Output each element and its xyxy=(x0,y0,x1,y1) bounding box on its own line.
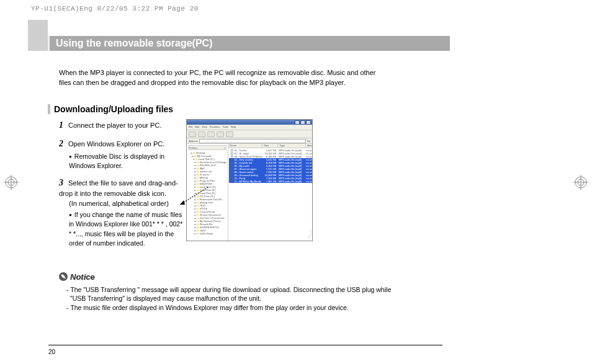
col-size: Size xyxy=(262,144,278,148)
notice-label: Notice xyxy=(70,272,95,282)
manual-page: YP-U1(SECA)Eng 8/22/05 3:22 PM Page 20 U… xyxy=(0,0,592,364)
notice-icon: ✎ xyxy=(59,272,68,281)
steps-list: 1Connect the player to your PC. 2Open Wi… xyxy=(59,119,183,254)
crop-mark-header: YP-U1(SECA)Eng 8/22/05 3:22 PM Page 20 xyxy=(31,5,199,12)
step-text: Connect the player to your PC. xyxy=(68,122,161,129)
section-marker xyxy=(48,104,50,114)
search-button xyxy=(217,131,224,137)
step-number: 2 xyxy=(59,138,66,150)
intro-paragraph: When the MP3 player is connected to your… xyxy=(59,68,388,88)
step-number: 3 xyxy=(59,177,66,189)
folder-tree: Folders× DesktopMy ComputerLocal Disk (C… xyxy=(187,144,228,241)
window-titlebar xyxy=(187,120,312,125)
step-3: 3Select the file to save and drag-and-dr… xyxy=(59,177,183,248)
address-label: Address xyxy=(189,140,198,143)
col-type: Type xyxy=(278,144,306,148)
notice-item: The music file order displayed in Window… xyxy=(66,303,394,313)
menu-item: View xyxy=(202,125,207,129)
footer-rule xyxy=(48,345,442,345)
address-bar: Address Go xyxy=(187,138,312,144)
registration-mark-right xyxy=(573,175,588,190)
music-note-icon: ♪ xyxy=(307,223,313,241)
explorer-screenshot: File Edit View Favorites Tools Help Addr… xyxy=(186,119,313,241)
tree-item: mp3s (long) xyxy=(188,232,226,235)
step-sub: Removable Disc is displayed in Windows E… xyxy=(69,152,183,171)
menu-item: Edit xyxy=(195,125,199,129)
col-artist: Artist xyxy=(306,144,313,148)
menu-item: Favorites xyxy=(210,125,220,129)
menu-item: File xyxy=(189,125,192,129)
notice-badge: ✎ Notice xyxy=(59,272,95,282)
col-name: Name xyxy=(228,144,262,148)
go-button: Go xyxy=(307,140,310,143)
menu-bar: File Edit View Favorites Tools Help xyxy=(187,125,312,130)
up-button xyxy=(207,131,215,137)
close-icon: × xyxy=(224,146,225,149)
step-text: Open Windows Explorer on PC. xyxy=(68,140,164,148)
step-sub: If you change the name of music files in… xyxy=(69,210,183,248)
registration-mark-left xyxy=(4,175,19,190)
step-number: 1 xyxy=(59,119,66,131)
menu-item: Help xyxy=(231,125,236,129)
notice-item: The "USB Transferring " message will app… xyxy=(66,285,394,303)
window-buttons xyxy=(295,120,311,125)
folders-header: Folders xyxy=(189,146,197,149)
file-row: 🎵 11 - All Within My Hands7,361 KBMP3 au… xyxy=(229,180,313,183)
menu-item: Tools xyxy=(222,125,228,129)
notice-block: ✎ Notice The "USB Transferring " message… xyxy=(59,270,394,313)
toolbar xyxy=(187,130,312,138)
fwd-button xyxy=(198,131,205,137)
folders-button xyxy=(226,131,233,137)
file-list: Name Size Type Artist 🎵 01 - Twelve5,647… xyxy=(228,144,313,241)
page-number: 20 xyxy=(48,348,55,355)
step-tail: (In numerical, alphabetical order) xyxy=(69,199,183,209)
tab-strip xyxy=(28,20,48,51)
section-title: Downloading/Uploading files xyxy=(54,104,173,114)
section-heading: Downloading/Uploading files xyxy=(48,104,173,114)
step-2: 2Open Windows Explorer on PC. Removable … xyxy=(59,138,183,171)
step-1: 1Connect the player to your PC. xyxy=(59,119,183,131)
address-field xyxy=(199,139,306,143)
back-button xyxy=(189,131,196,137)
step-text: Select the file to save and drag-and-dro… xyxy=(59,179,178,197)
page-title: Using the removable storage(PC) xyxy=(48,36,450,51)
